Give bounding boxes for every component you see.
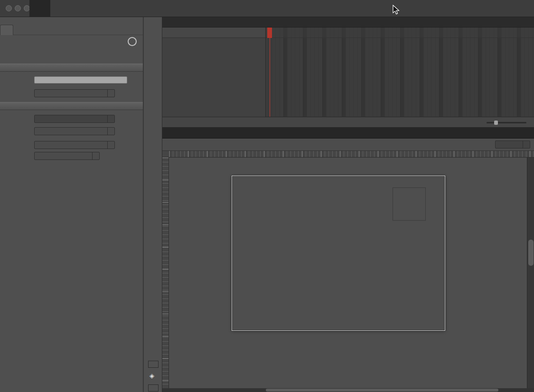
frame-label-name-input[interactable] [34, 76, 127, 84]
document-tab-bar [162, 127, 534, 139]
panel-dock-strip [0, 17, 143, 24]
layer-list-header [162, 28, 265, 38]
label-name-row [0, 76, 143, 85]
stage[interactable] [232, 176, 445, 331]
properties-tab-row [0, 24, 143, 35]
dropdown-arrow-icon [107, 115, 114, 122]
pin-properties-button[interactable] [128, 37, 137, 46]
horizontal-scrollbar-thumb[interactable] [266, 389, 498, 392]
timeline-zoom-slider[interactable] [487, 122, 526, 123]
edit-bar-controls [489, 140, 530, 149]
frame-grid[interactable] [266, 28, 534, 117]
vertical-scrollbar[interactable] [527, 158, 534, 388]
sound-effect-select[interactable] [34, 127, 115, 135]
properties-panel [0, 17, 143, 392]
label-section-header[interactable] [0, 64, 143, 72]
fill-color-swatch[interactable] [148, 384, 159, 392]
dropdown-arrow-icon [523, 141, 530, 148]
pasteboard[interactable] [169, 158, 527, 388]
timeline-tab-bar [162, 17, 534, 28]
vertical-scrollbar-thumb[interactable] [528, 240, 534, 266]
timeline-status-group [383, 117, 398, 128]
sound-sync-select[interactable] [34, 141, 115, 149]
app-logo [29, 0, 50, 17]
playhead-marker[interactable] [267, 28, 272, 38]
timeline-toolbar [162, 117, 534, 127]
zoom-select[interactable] [495, 140, 530, 149]
label-type-select[interactable] [34, 89, 115, 97]
ruler-corner [162, 151, 169, 158]
sound-repeat-row [0, 152, 143, 160]
sound-section-header[interactable] [0, 102, 143, 110]
sound-name-select[interactable] [34, 115, 115, 123]
sound-effect-row [0, 127, 143, 136]
dropdown-arrow-icon [107, 141, 114, 149]
sound-name-row [0, 115, 143, 123]
timeline-zoom-slider-handle[interactable] [494, 121, 498, 125]
horizontal-ruler [169, 151, 534, 158]
timeline-zoom-group [482, 117, 531, 128]
yellow-rectangle-shape[interactable] [393, 187, 426, 221]
edit-bar [162, 139, 534, 151]
fill-color-icon: ◈ [150, 372, 154, 379]
window-minimize-button[interactable] [15, 5, 21, 11]
sound-repeat-select[interactable] [34, 152, 100, 160]
timeline-panel [162, 28, 534, 117]
dropdown-arrow-icon [92, 152, 99, 159]
stroke-color-swatch[interactable] [148, 361, 159, 368]
label-type-row [0, 89, 143, 98]
horizontal-scrollbar[interactable] [162, 388, 534, 392]
layer-list [162, 28, 266, 117]
window-close-button[interactable] [6, 5, 12, 11]
dropdown-arrow-icon [107, 128, 114, 135]
tab-properties[interactable] [0, 25, 13, 35]
application-window: ◈ [0, 0, 534, 392]
frame-ruler[interactable] [266, 28, 534, 38]
titlebar [0, 0, 534, 17]
dropdown-arrow-icon [107, 90, 114, 97]
tools-panel: ◈ [143, 17, 162, 392]
playhead-line[interactable] [270, 38, 270, 117]
sound-sync-row [0, 141, 143, 149]
vertical-ruler [162, 158, 169, 388]
